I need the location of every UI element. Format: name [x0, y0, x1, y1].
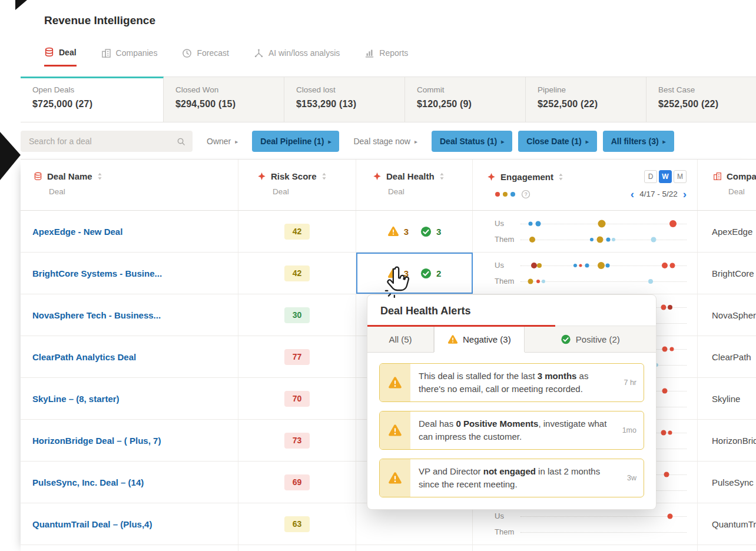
- building-icon: [713, 172, 722, 181]
- filter-chip-deal-stage-now[interactable]: Deal stage now▸: [345, 131, 426, 152]
- summary-card-open-deals[interactable]: Open Deals$725,000 (27): [21, 77, 164, 122]
- sort-icon[interactable]: [321, 172, 327, 180]
- deal-name-cell: ClearPath Analytics Deal: [21, 336, 238, 377]
- chevron-right-icon: ▸: [415, 138, 417, 145]
- tab-deal[interactable]: Deal: [44, 47, 77, 67]
- sort-icon[interactable]: [439, 172, 445, 180]
- popup-tab-all-5[interactable]: All (5): [367, 326, 434, 352]
- deal-name-link[interactable]: HorizonBridge Deal – ( Plus, 7): [32, 436, 161, 446]
- filter-chip-close-date-1[interactable]: Close Date (1)▸: [518, 131, 596, 152]
- summary-card-best-case[interactable]: Best Case$252,500 (22): [646, 77, 756, 122]
- deal-name-link[interactable]: QuantumTrail Deal – (Plus,4): [32, 519, 152, 529]
- legend-dot: [495, 192, 500, 197]
- risk-score-cell: 42: [238, 253, 356, 294]
- risk-score-sub: Deal: [273, 187, 356, 196]
- tab-reports[interactable]: Reports: [364, 47, 408, 67]
- search-input[interactable]: [28, 136, 177, 147]
- filter-chip-owner[interactable]: Owner▸: [198, 131, 246, 152]
- help-icon[interactable]: ?: [521, 190, 530, 199]
- period-toggle-m[interactable]: M: [674, 170, 687, 183]
- deal-health-cell[interactable]: 3 3: [356, 211, 473, 252]
- date-range: 4/17 - 5/22: [639, 190, 678, 198]
- alert-text: Deal has 0 Positive Moments, investigate…: [410, 411, 609, 449]
- table-row: Us Them: [21, 545, 756, 551]
- us-label: Us: [495, 512, 520, 520]
- chevron-right-icon: ▸: [586, 138, 589, 145]
- risk-score-cell: 30: [238, 294, 356, 336]
- risk-score-cell: 73: [238, 420, 356, 461]
- filter-chip-deal-pipeline-1[interactable]: Deal Pipeline (1)▸: [252, 131, 339, 152]
- summary-card-closed-won[interactable]: Closed Won$294,500 (15): [164, 77, 284, 122]
- risk-score-badge: 63: [284, 516, 310, 532]
- engagement-cell: Us Them: [473, 253, 698, 294]
- health-alert-item: Deal has 0 Positive Moments, investigate…: [379, 411, 644, 450]
- tab-companies[interactable]: Companies: [101, 47, 158, 67]
- prev-icon[interactable]: ‹: [631, 188, 634, 200]
- card-value: $153,290 (13): [296, 99, 393, 109]
- sort-icon[interactable]: [97, 172, 102, 180]
- summary-cards: Open Deals$725,000 (27)Closed Won$294,50…: [21, 77, 756, 122]
- deal-name-link[interactable]: NovaSphere Tech - Business...: [32, 310, 161, 320]
- positive-count: 3: [436, 227, 441, 237]
- period-toggle-w[interactable]: W: [659, 170, 672, 183]
- page-title: Revenue Intelligence: [44, 14, 155, 27]
- deal-name-link[interactable]: BrightCore Systems - Busine...: [32, 268, 162, 278]
- card-label: Closed lost: [296, 85, 393, 94]
- deal-icon: [34, 172, 42, 181]
- deal-name-link[interactable]: ApexEdge - New Deal: [32, 227, 122, 237]
- table-row: BrightCore Systems - Busine... 42 3 2 Us…: [21, 253, 756, 294]
- svg-text:?: ?: [525, 191, 528, 197]
- warning-icon: [387, 226, 399, 237]
- engagement-dot: [648, 279, 653, 284]
- deal-health-cell[interactable]: [356, 545, 473, 551]
- nav-tabs: DealCompaniesForecastAI win/loss analysi…: [44, 47, 408, 67]
- deal-name-link[interactable]: PulseSync, Inc. Deal – (14): [32, 477, 144, 487]
- filter-chip-all-filters-3[interactable]: All filters (3)▸: [603, 131, 674, 152]
- popup-tab-positive-2[interactable]: Positive (2): [525, 326, 656, 352]
- tab-ai-win-loss-analysis[interactable]: AI win/loss analysis: [254, 47, 340, 67]
- card-label: Best Case: [658, 85, 744, 94]
- search-box[interactable]: [21, 131, 193, 152]
- sort-icon[interactable]: [558, 173, 563, 181]
- us-label: Us: [495, 219, 520, 228]
- coins-icon: [44, 47, 54, 57]
- engagement-dot: [667, 513, 672, 519]
- deal-name-link[interactable]: SkyLine – (8, starter): [32, 394, 120, 404]
- chevron-right-icon: ▸: [663, 138, 666, 145]
- clock-icon: [182, 48, 192, 58]
- risk-score-badge: 42: [284, 265, 310, 281]
- engagement-dot: [531, 263, 537, 268]
- company-name: Skyline: [712, 394, 740, 404]
- deal-name-cell: HorizonBridge Deal – ( Plus, 7): [21, 420, 238, 461]
- deal-health-alerts-popup: Deal Health Alerts All (5)Negative (3)Po…: [367, 294, 656, 510]
- health-alert-item: This deal is stalled for the last 3 mont…: [379, 363, 644, 402]
- company-name: ApexEdge: [712, 227, 752, 237]
- company-name: BrightCore: [712, 268, 754, 278]
- deal-name-cell: NovaSphere Tech - Business...: [21, 294, 238, 336]
- risk-score-header: Risk Score Deal: [238, 160, 356, 210]
- summary-card-commit[interactable]: Commit$120,250 (9): [405, 77, 526, 122]
- summary-card-closed-lost[interactable]: Closed lost$153,290 (13): [284, 77, 405, 122]
- warning-icon: [387, 268, 399, 278]
- popup-tab-negative-3[interactable]: Negative (3): [434, 326, 525, 352]
- risk-score-badge: 73: [284, 433, 310, 449]
- us-label: Us: [495, 261, 520, 270]
- engagement-dot: [529, 237, 535, 243]
- deal-name-sub: Deal: [49, 187, 238, 196]
- chart-icon: [364, 48, 374, 58]
- engagement-label: Engagement: [500, 172, 553, 182]
- tab-forecast[interactable]: Forecast: [182, 47, 228, 67]
- company-name: HorizonBridge: [712, 436, 756, 446]
- alert-time: 3w: [609, 459, 644, 497]
- next-icon[interactable]: ›: [683, 188, 687, 200]
- filter-chip-deal-status-1[interactable]: Deal Status (1)▸: [432, 131, 512, 152]
- revenue-intelligence-app: Revenue Intelligence DealCompaniesForeca…: [0, 0, 756, 551]
- engagement-dot: [651, 237, 656, 242]
- company-name: QuantumTrail: [712, 519, 756, 529]
- period-toggle-d[interactable]: D: [644, 170, 657, 183]
- deal-name-cell: SkyLine – (8, starter): [21, 378, 238, 419]
- deal-health-cell[interactable]: 3 2: [356, 253, 473, 294]
- summary-card-pipeline[interactable]: Pipeline$252,500 (22): [526, 77, 646, 122]
- engagement-dot: [668, 430, 672, 434]
- deal-name-link[interactable]: ClearPath Analytics Deal: [32, 352, 136, 362]
